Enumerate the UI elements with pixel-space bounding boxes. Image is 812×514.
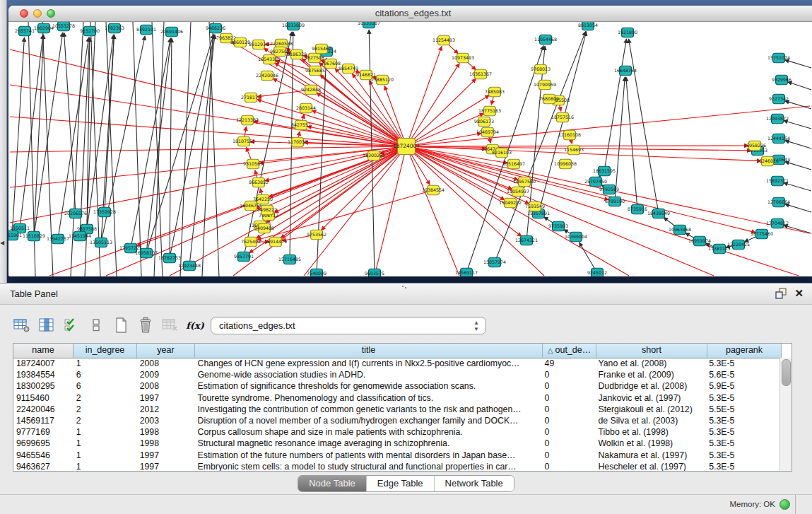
table-cell[interactable]: 22420046 <box>13 404 73 415</box>
table-cell[interactable]: 6 <box>73 369 137 380</box>
table-cell[interactable]: de Silva et al. (2003) <box>595 415 706 426</box>
graph-node[interactable]: 25885120 <box>371 75 394 85</box>
table-row[interactable]: 1456911722003Disruption of a novel membe… <box>13 415 780 426</box>
graph-node[interactable]: 15049272 <box>499 198 522 208</box>
column-header-in_degree[interactable]: in_degree <box>73 344 137 358</box>
table-cell[interactable]: 2 <box>73 404 137 415</box>
memory-status-icon[interactable] <box>779 499 790 510</box>
graph-node[interactable]: 9875685 <box>305 66 325 76</box>
table-cell[interactable]: Wolkin et al. (1998) <box>595 438 706 449</box>
table-cell[interactable]: 2008 <box>137 358 195 369</box>
graph-node[interactable]: 18757516 <box>551 112 574 122</box>
column-header-title[interactable]: title <box>195 344 543 358</box>
table-cell[interactable]: 5.6E-5 <box>706 369 780 380</box>
table-cell[interactable]: 2003 <box>137 415 195 426</box>
table-cell[interactable]: 9115460 <box>13 392 73 404</box>
table-cell[interactable]: 2009 <box>137 369 195 380</box>
graph-node[interactable]: 14957580 <box>513 177 536 187</box>
table-cell[interactable]: Nakamura et al. (1997) <box>595 450 706 461</box>
table-cell[interactable]: 1 <box>73 438 137 449</box>
table-row[interactable]: 1872400712008Changes of HCN gene express… <box>13 358 780 369</box>
table-cell[interactable]: 1 <box>73 450 137 461</box>
table-row[interactable]: 2242004622012Investigating the contribut… <box>13 404 780 415</box>
column-header-pagerank[interactable]: pagerank <box>707 344 782 358</box>
graph-node[interactable]: 16648784 <box>614 66 637 76</box>
table-cell[interactable]: 14569117 <box>13 415 73 426</box>
graph-node[interactable]: 12444154 <box>767 134 790 144</box>
graph-node[interactable]: 12093872 <box>766 114 789 124</box>
graph-node[interactable]: 9806173 <box>474 117 494 127</box>
graph-node[interactable]: 8813054 <box>578 22 598 30</box>
graph-node[interactable]: 1802904 <box>34 23 54 33</box>
graph-node[interactable]: 7540009 <box>307 269 326 276</box>
graph-node[interactable]: 10553278 <box>52 22 75 31</box>
graph-node[interactable]: 13942757 <box>47 234 69 244</box>
table-cell[interactable]: Corpus callosum shape and size in male p… <box>195 426 542 438</box>
table-cell[interactable]: Genome-wide association studies in ADHD. <box>195 369 542 380</box>
close-panel-icon[interactable]: ✕ <box>794 287 804 300</box>
table-cell[interactable]: 5.9E-5 <box>706 380 780 392</box>
graph-node[interactable]: 8186328 <box>287 49 307 59</box>
table-cell[interactable]: 18300295 <box>13 380 73 392</box>
table-row[interactable]: 977716911998Corpus callosum shape and si… <box>13 426 780 438</box>
graph-node[interactable]: 12213383 <box>236 115 259 125</box>
table-cell[interactable]: 19384554 <box>13 369 73 380</box>
table-row[interactable]: 1830029562008Estimation of significance … <box>13 380 780 392</box>
table-cell[interactable]: 5.3E-5 <box>706 461 780 471</box>
table-cell[interactable]: 6 <box>73 380 137 392</box>
table-cell[interactable]: 1 <box>73 461 137 471</box>
table-row[interactable]: 1938455462009Genome-wide association stu… <box>13 369 780 380</box>
graph-node[interactable]: 8427552 <box>291 120 311 130</box>
column-header-name[interactable]: name <box>13 344 73 358</box>
table-cell[interactable]: 5.3E-5 <box>706 438 780 449</box>
graph-node[interactable]: 15751074 <box>767 53 790 63</box>
table-source-select[interactable]: citations_edges.txt▲▼ <box>211 317 486 334</box>
table-cell[interactable]: 1998 <box>137 438 195 449</box>
graph-node[interactable]: 9409489 <box>254 223 274 233</box>
graph-node[interactable]: 9310563 <box>243 159 263 169</box>
graph-node[interactable]: 1921800 <box>618 28 637 37</box>
panel-orientation-icon[interactable] <box>87 316 105 334</box>
table-cell[interactable]: Disruption of a novel member of a sodium… <box>195 415 542 426</box>
column-header-out_de[interactable]: △out_de… <box>543 344 596 358</box>
graph-node[interactable]: 8216103 <box>492 148 512 158</box>
graph-node[interactable]: 16361367 <box>469 69 492 79</box>
table-cell[interactable]: 5.3E-5 <box>706 415 780 426</box>
graph-node[interactable]: 6799190 <box>605 197 625 206</box>
graph-node[interactable]: 10790959 <box>534 80 556 90</box>
tab-node-table[interactable]: Node Table <box>298 476 366 491</box>
show-columns-icon[interactable] <box>37 316 56 334</box>
table-cell[interactable]: 0 <box>542 438 596 449</box>
table-cell[interactable]: 0 <box>542 380 596 392</box>
graph-node[interactable]: 7485083 <box>485 87 505 97</box>
table-cell[interactable]: 0 <box>542 392 596 404</box>
graph-node[interactable]: 8735916 <box>628 204 647 214</box>
graph-node[interactable]: 1782363 <box>105 23 124 33</box>
graph-node[interactable]: 16543382 <box>258 54 281 64</box>
table-cell[interactable]: 1 <box>73 358 137 369</box>
delete-column-icon[interactable] <box>136 316 155 334</box>
tab-network-table[interactable]: Network Table <box>434 476 514 491</box>
table-cell[interactable]: 5.3E-5 <box>706 392 780 404</box>
table-cell[interactable]: Estimation of the future numbers of pati… <box>195 450 542 461</box>
table-cell[interactable]: Tourette syndrome. Phenomenology and cla… <box>195 392 542 404</box>
table-cell[interactable]: 1997 <box>137 461 195 471</box>
graph-node[interactable]: 9329966 <box>772 75 792 85</box>
graph-node[interactable]: 11054468 <box>534 35 557 45</box>
table-cell[interactable]: Jankovic et al. (1997) <box>595 392 706 404</box>
graph-node[interactable]: 2718176 <box>241 93 261 103</box>
table-cell[interactable]: Estimation of significance thresholds fo… <box>195 380 542 392</box>
window-titlebar[interactable]: citations_edges.txt <box>8 6 812 22</box>
column-header-year[interactable]: year <box>137 344 195 358</box>
graph-node[interactable]: 8854749 <box>339 64 358 74</box>
graph-node[interactable]: 7625402 <box>241 237 261 247</box>
table-cell[interactable]: Yano et al. (2008) <box>595 358 706 369</box>
table-cell[interactable]: Stergiakouli et al. (2012) <box>595 404 706 415</box>
graph-node[interactable]: 10469794 <box>476 127 499 137</box>
selection-mode-icon[interactable] <box>62 316 81 334</box>
graph-node[interactable]: 10516497 <box>502 159 525 169</box>
table-row[interactable]: 946554611997Estimation of the future num… <box>13 450 780 461</box>
graph-node[interactable]: 2055741 <box>15 26 35 36</box>
column-header-short[interactable]: short <box>596 344 707 358</box>
scrollbar-thumb[interactable] <box>782 359 791 386</box>
